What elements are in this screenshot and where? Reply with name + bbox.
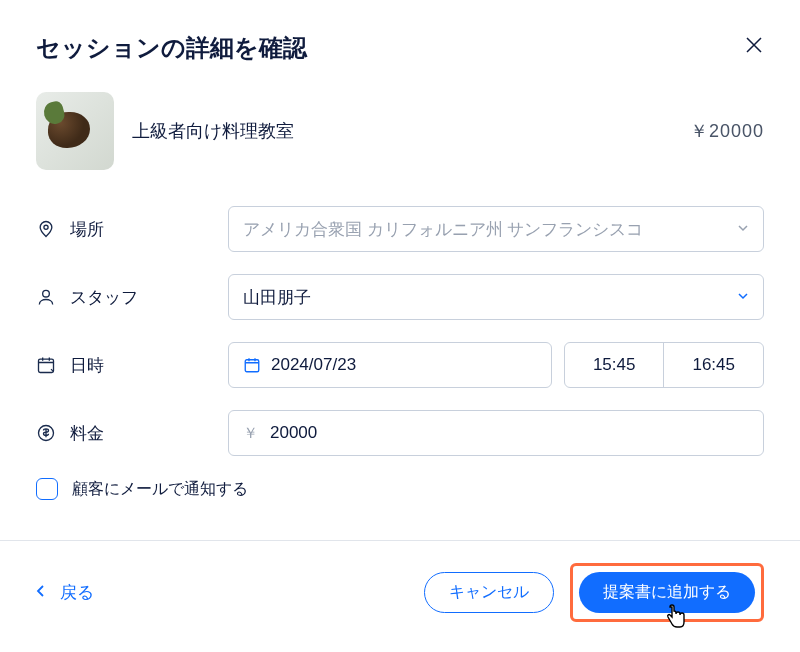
calendar-icon — [36, 355, 56, 375]
close-icon[interactable] — [744, 32, 764, 60]
price-input[interactable]: ￥ 20000 — [228, 410, 764, 456]
notify-checkbox[interactable] — [36, 478, 58, 500]
staff-select[interactable]: 山田朋子 — [228, 274, 764, 320]
location-value: アメリカ合衆国 カリフォルニア州 サンフランシスコ — [243, 218, 643, 241]
chevron-left-icon — [36, 583, 46, 603]
date-value: 2024/07/23 — [271, 355, 356, 375]
time-range: 15:45 16:45 — [564, 342, 764, 388]
location-label: 場所 — [70, 218, 104, 241]
svg-rect-3 — [245, 360, 259, 372]
person-icon — [36, 287, 56, 307]
svg-point-0 — [44, 225, 48, 229]
add-to-proposal-button[interactable]: 提案書に追加する — [579, 572, 755, 613]
staff-row: スタッフ 山田朋子 — [36, 274, 764, 320]
datetime-label: 日時 — [70, 354, 104, 377]
back-button[interactable]: 戻る — [36, 581, 94, 604]
dialog-header: セッションの詳細を確認 — [36, 32, 764, 64]
price-label: 料金 — [70, 422, 104, 445]
footer-buttons: キャンセル 提案書に追加する — [424, 563, 764, 622]
svg-point-1 — [43, 290, 50, 297]
price-row: 料金 ￥ 20000 — [36, 410, 764, 456]
end-time-input[interactable]: 16:45 — [664, 343, 763, 387]
date-input[interactable]: 2024/07/23 — [228, 342, 552, 388]
dialog-footer: 戻る キャンセル 提案書に追加する — [0, 540, 800, 652]
chevron-down-icon — [737, 289, 749, 305]
product-summary: 上級者向け料理教室 ￥20000 — [36, 92, 764, 170]
submit-highlight: 提案書に追加する — [570, 563, 764, 622]
start-time-input[interactable]: 15:45 — [565, 343, 664, 387]
staff-value: 山田朋子 — [243, 286, 311, 309]
product-thumbnail — [36, 92, 114, 170]
location-row: 場所 アメリカ合衆国 カリフォルニア州 サンフランシスコ — [36, 206, 764, 252]
session-details-dialog: セッションの詳細を確認 上級者向け料理教室 ￥20000 場所 アメリカ合衆国 … — [0, 0, 800, 500]
location-icon — [36, 219, 56, 239]
cancel-button[interactable]: キャンセル — [424, 572, 554, 613]
price-value: 20000 — [270, 423, 317, 443]
notify-label: 顧客にメールで通知する — [72, 479, 248, 500]
currency-icon — [36, 423, 56, 443]
dialog-title: セッションの詳細を確認 — [36, 32, 307, 64]
notify-checkbox-row[interactable]: 顧客にメールで通知する — [36, 478, 764, 500]
product-name: 上級者向け料理教室 — [132, 119, 672, 143]
datetime-row: 日時 2024/07/23 15:45 16:45 — [36, 342, 764, 388]
product-price: ￥20000 — [690, 119, 764, 143]
calendar-icon — [243, 356, 261, 374]
currency-symbol: ￥ — [243, 424, 258, 443]
staff-label: スタッフ — [70, 286, 138, 309]
svg-rect-2 — [39, 359, 54, 372]
location-select[interactable]: アメリカ合衆国 カリフォルニア州 サンフランシスコ — [228, 206, 764, 252]
chevron-down-icon — [737, 221, 749, 237]
